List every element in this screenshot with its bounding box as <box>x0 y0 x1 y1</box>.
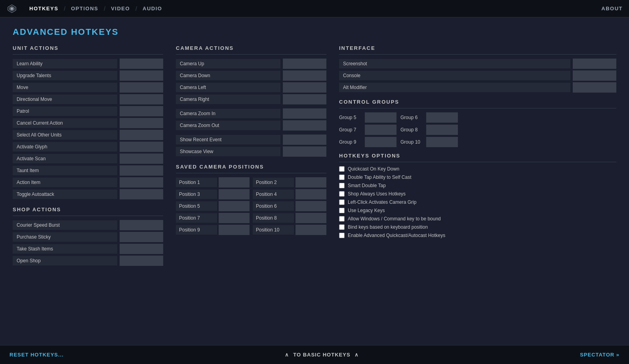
camera-action-input[interactable] <box>283 70 326 81</box>
nav-options[interactable]: OPTIONS <box>65 6 104 11</box>
cam-pos-input[interactable] <box>219 225 250 235</box>
unit-action-input[interactable] <box>120 106 163 116</box>
shop-action-input[interactable] <box>120 220 163 230</box>
unit-action-input[interactable] <box>120 177 163 188</box>
cg-input1[interactable] <box>365 112 396 123</box>
nav-logo <box>6 3 17 14</box>
hotkeys-options-header: HOTKEYS OPTIONS <box>339 153 616 159</box>
shop-action-label: Take Stash Items <box>13 244 117 254</box>
cg-label2: Group 8 <box>400 127 422 133</box>
unit-action-input[interactable] <box>120 118 163 128</box>
nav-items: HOTKEYS / OPTIONS / VIDEO / AUDIO <box>24 6 601 12</box>
hotkeys-option-checkbox[interactable] <box>339 208 345 213</box>
hotkeys-option-checkbox[interactable] <box>339 199 345 205</box>
nav-hotkeys[interactable]: HOTKEYS <box>24 6 64 11</box>
cam-pos-input[interactable] <box>219 201 250 211</box>
unit-action-input[interactable] <box>120 82 163 93</box>
hotkeys-options-list: Quickcast On Key Down Double Tap Ability… <box>339 166 616 238</box>
cam-pos-input[interactable] <box>295 201 326 211</box>
camera-action-input[interactable] <box>283 135 326 145</box>
unit-action-label: Activate Glyph <box>13 142 117 152</box>
cg-input2[interactable] <box>426 125 458 135</box>
cg-input1[interactable] <box>365 125 396 135</box>
unit-action-input[interactable] <box>120 142 163 152</box>
shop-action-input[interactable] <box>120 256 163 266</box>
cam-pos-row: Position 3 Position 4 <box>176 189 326 199</box>
camera-action-input[interactable] <box>283 146 326 157</box>
unit-action-input[interactable] <box>120 59 163 69</box>
cam-pos-label: Position 7 <box>176 213 217 223</box>
hotkeys-option-checkbox[interactable] <box>339 166 345 172</box>
unit-action-input[interactable] <box>120 94 163 104</box>
camera-action-input[interactable] <box>283 82 326 93</box>
cam-pos-input[interactable] <box>219 189 250 199</box>
camera-action-label: Camera Down <box>176 71 280 80</box>
cam-pos-item: Position 10 <box>253 225 326 235</box>
hotkeys-option-checkbox[interactable] <box>339 174 345 180</box>
unit-action-label: Taunt Item <box>13 166 117 175</box>
cam-pos-input[interactable] <box>295 189 326 199</box>
cam-pos-item: Position 8 <box>253 213 326 223</box>
cam-pos-input[interactable] <box>295 225 326 235</box>
unit-action-input[interactable] <box>120 154 163 164</box>
unit-actions-header: UNIT ACTIONS <box>13 45 163 51</box>
cg-label2: Group 6 <box>400 115 422 120</box>
cam-pos-input[interactable] <box>295 177 326 188</box>
unit-action-row: Learn Ability <box>13 59 163 69</box>
nav-about[interactable]: ABOUT <box>601 6 623 11</box>
bottom-bar: RESET HOTKEYS... ∧ TO BASIC HOTKEYS ∧ SP… <box>0 345 629 364</box>
cg-input1[interactable] <box>365 137 396 147</box>
cam-pos-row: Position 1 Position 2 <box>176 177 326 188</box>
hotkeys-option-label: Left-Click Activates Camera Grip <box>348 199 416 205</box>
cam-pos-input[interactable] <box>295 213 326 223</box>
cg-label1: Group 5 <box>339 115 361 120</box>
nav-audio[interactable]: AUDIO <box>137 6 168 11</box>
shop-action-row: Courier Speed Burst <box>13 220 163 230</box>
unit-action-row: Toggle Autoattack <box>13 189 163 199</box>
camera-action-input[interactable] <box>283 59 326 69</box>
unit-action-input[interactable] <box>120 70 163 81</box>
cam-pos-input[interactable] <box>219 213 250 223</box>
interface-row: Alt Modifier <box>339 82 616 93</box>
unit-action-input[interactable] <box>120 189 163 199</box>
shop-action-input[interactable] <box>120 232 163 242</box>
shop-action-label: Open Shop <box>13 256 117 265</box>
shop-actions-list: Courier Speed Burst Purchase Sticky Take… <box>13 220 163 266</box>
hotkeys-option-label: Enable Advanced Quickcast/Autocast Hotke… <box>348 233 445 238</box>
cg-input2[interactable] <box>426 112 458 123</box>
camera-action-input[interactable] <box>283 94 326 104</box>
basic-hotkeys-button[interactable]: ∧ TO BASIC HOTKEYS ∧ <box>64 352 580 358</box>
interface-row: Console <box>339 70 616 81</box>
nav-video[interactable]: VIDEO <box>105 6 135 11</box>
hotkeys-option-checkbox[interactable] <box>339 191 345 197</box>
interface-input[interactable] <box>573 70 616 81</box>
control-group-row: Group 9 Group 10 <box>339 137 616 147</box>
camera-action-input[interactable] <box>283 120 326 131</box>
reset-hotkeys-button[interactable]: RESET HOTKEYS... <box>10 352 64 358</box>
unit-action-row: Move <box>13 82 163 93</box>
camera-action-label: Camera Up <box>176 59 280 68</box>
unit-action-input[interactable] <box>120 165 163 176</box>
svg-point-2 <box>11 8 13 10</box>
columns-wrapper: UNIT ACTIONS Learn Ability Upgrade Talen… <box>13 45 616 345</box>
interface-input[interactable] <box>573 82 616 93</box>
camera-action-input[interactable] <box>283 108 326 119</box>
spectator-button[interactable]: SPECTATOR » <box>580 352 619 358</box>
unit-action-input[interactable] <box>120 130 163 140</box>
unit-action-row: Cancel Current Action <box>13 118 163 128</box>
shop-action-input[interactable] <box>120 244 163 254</box>
cam-pos-input[interactable] <box>219 177 250 188</box>
interface-input[interactable] <box>573 59 616 69</box>
hotkeys-option-checkbox[interactable] <box>339 216 345 222</box>
main-content: ADVANCED HOTKEYS UNIT ACTIONS Learn Abil… <box>0 17 629 345</box>
unit-actions-list: Learn Ability Upgrade Talents Move Direc… <box>13 59 163 199</box>
unit-action-row: Taunt Item <box>13 165 163 176</box>
camera-action-label: Camera Left <box>176 83 280 92</box>
hotkeys-option-checkbox[interactable] <box>339 183 345 188</box>
unit-action-row: Directional Move <box>13 94 163 104</box>
cg-input2[interactable] <box>426 137 458 147</box>
shop-action-row: Purchase Sticky <box>13 232 163 242</box>
hotkeys-option-checkbox[interactable] <box>339 233 345 238</box>
hotkeys-option-checkbox[interactable] <box>339 224 345 230</box>
hotkeys-option-item: Smart Double Tap <box>339 183 616 188</box>
